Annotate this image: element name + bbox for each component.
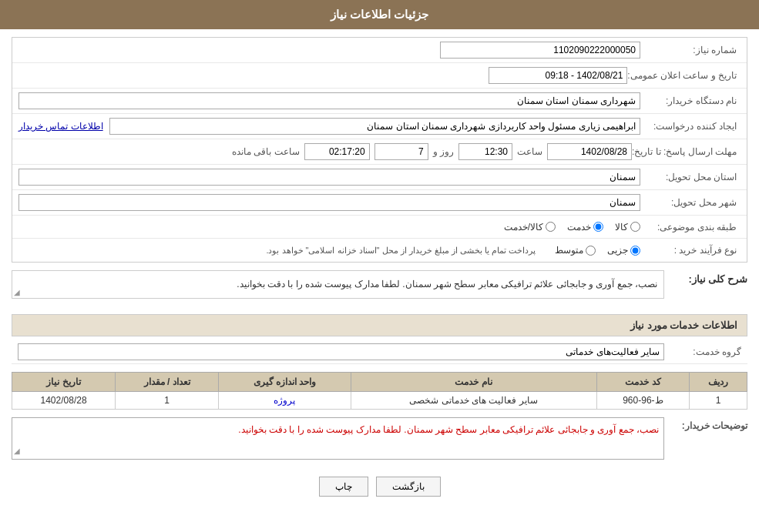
send-deadline-row: مهلت ارسال پاسخ: تا تاریخ: ساعت روز و سا… <box>12 139 747 165</box>
category-kala-option[interactable]: کالا <box>615 222 640 233</box>
description-section: شرح کلی نیاز: نصب، جمع آوری و جابجائی عل… <box>12 270 747 306</box>
creator-row: ایجاد کننده درخواست: اطلاعات تماس خریدار <box>12 114 747 139</box>
purchase-type-label: نوع فرآیند خرید : <box>640 245 741 256</box>
items-table: ردیف کد خدمت نام خدمت واحد اندازه گیری ت… <box>12 372 747 410</box>
purchase-type-note: پرداخت تمام یا بخشی از مبلغ خریدار از مح… <box>266 246 536 256</box>
send-deadline-days-input[interactable] <box>374 143 428 160</box>
city-row: شهر محل تحویل: <box>12 190 747 216</box>
cell-name: سایر فعالیت های خدماتی شخصی <box>351 392 596 410</box>
buyer-notes-text: نصب، جمع آوری و جابجائی علائم ترافیکی مع… <box>17 423 659 437</box>
send-deadline-days-label: روز و <box>433 146 454 157</box>
purchase-type-jozi-label: جزیی <box>607 245 628 256</box>
send-deadline-remaining-label: ساعت باقی مانده <box>232 146 300 157</box>
category-radio-group: کالا خدمت کالا/خدمت <box>504 222 640 233</box>
purchase-type-motavaset-option[interactable]: متوسط <box>555 245 596 256</box>
category-kala-label: کالا <box>615 222 628 233</box>
creator-label: ایجاد کننده درخواست: <box>640 121 741 132</box>
buyer-notes-box: نصب، جمع آوری و جابجائی علائم ترافیکی مع… <box>12 417 664 460</box>
col-code: کد خدمت <box>596 373 690 392</box>
print-button[interactable]: چاپ <box>319 477 368 497</box>
category-label: طبقه بندی موضوعی: <box>640 222 741 233</box>
cell-date: 1402/08/28 <box>12 392 116 410</box>
description-title: شرح کلی نیاز: <box>670 270 747 285</box>
purchase-type-jozi-option[interactable]: جزیی <box>607 245 640 256</box>
description-text: نصب، جمع آوری و جابجائی علائم ترافیکی مع… <box>18 277 657 292</box>
send-deadline-time-input[interactable] <box>458 143 512 160</box>
buyer-org-label: نام دستگاه خریدار: <box>640 95 741 106</box>
category-kala-khadamat-option[interactable]: کالا/خدمت <box>504 222 556 233</box>
city-label: شهر محل تحویل: <box>640 197 741 208</box>
services-title: اطلاعات خدمات مورد نیاز <box>12 314 747 336</box>
buyer-org-row: نام دستگاه خریدار: <box>12 89 747 114</box>
category-row: طبقه بندی موضوعی: کالا خدمت <box>12 216 747 239</box>
announce-datetime-input[interactable] <box>489 67 627 84</box>
need-number-row: شماره نیاز: <box>12 38 747 63</box>
buyer-notes-label: توضیحات خریدار: <box>670 417 747 431</box>
buyer-notes-resize-icon: ◢ <box>14 445 20 457</box>
back-button[interactable]: بازگشت <box>376 477 441 497</box>
cell-unit: پروژه <box>219 392 351 410</box>
announce-datetime-row: تاریخ و ساعت اعلان عمومی: <box>12 63 747 89</box>
send-deadline-date-input[interactable] <box>547 143 632 160</box>
cell-quantity: 1 <box>116 392 219 410</box>
creator-input[interactable] <box>109 118 640 135</box>
col-quantity: تعداد / مقدار <box>116 373 219 392</box>
main-form-section: شماره نیاز: تاریخ و ساعت اعلان عمومی: نا… <box>12 37 747 263</box>
send-deadline-remaining-input[interactable] <box>304 143 370 160</box>
page-header: جزئیات اطلاعات نیاز <box>0 0 759 29</box>
need-number-input[interactable] <box>440 42 640 59</box>
service-group-row: گروه خدمت: <box>12 340 747 364</box>
service-group-input[interactable] <box>18 343 664 360</box>
cell-code: ط-96-960 <box>596 392 690 410</box>
col-unit: واحد اندازه گیری <box>219 373 351 392</box>
province-row: استان محل تحویل: <box>12 165 747 190</box>
province-input[interactable] <box>18 169 640 186</box>
creator-contact-link[interactable]: اطلاعات تماس خریدار <box>18 121 103 132</box>
category-kala-khadamat-label: کالا/خدمت <box>504 222 543 233</box>
buyer-org-input[interactable] <box>18 92 640 109</box>
need-number-label: شماره نیاز: <box>640 45 741 55</box>
page-title: جزئیات اطلاعات نیاز <box>331 8 428 21</box>
purchase-type-radio-group: جزیی متوسط پرداخت تمام یا بخشی از مبلغ خ… <box>266 245 640 256</box>
table-row: 1 ط-96-960 سایر فعالیت های خدماتی شخصی پ… <box>12 392 747 410</box>
province-label: استان محل تحویل: <box>640 172 741 182</box>
col-name: نام خدمت <box>351 373 596 392</box>
send-deadline-label: مهلت ارسال پاسخ: تا تاریخ: <box>632 146 741 157</box>
col-row: ردیف <box>690 373 747 392</box>
category-khadamat-label: خدمت <box>567 222 591 233</box>
buyer-notes-section: توضیحات خریدار: نصب، جمع آوری و جابجائی … <box>12 417 747 460</box>
purchase-type-motavaset-label: متوسط <box>555 245 583 256</box>
service-group-label: گروه خدمت: <box>664 346 741 357</box>
city-input[interactable] <box>18 194 640 211</box>
cell-row: 1 <box>690 392 747 410</box>
send-deadline-time-label: ساعت <box>517 146 542 157</box>
category-khadamat-option[interactable]: خدمت <box>567 222 603 233</box>
description-resize-icon: ◢ <box>14 288 20 296</box>
buttons-row: بازگشت چاپ <box>12 469 747 504</box>
services-section: اطلاعات خدمات مورد نیاز گروه خدمت: <box>12 314 747 364</box>
col-date: تاریخ نیاز <box>12 373 116 392</box>
announce-datetime-label: تاریخ و ساعت اعلان عمومی: <box>627 70 741 81</box>
purchase-type-row: نوع فرآیند خرید : جزیی متوسط پرداخت تمام… <box>12 239 747 262</box>
